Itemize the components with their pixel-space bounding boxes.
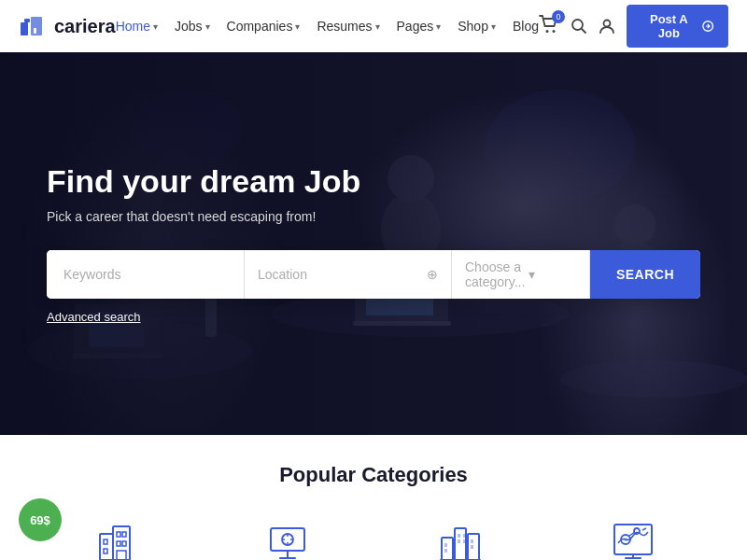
navbar: cariera Home ▾ Jobs ▾ Companies ▾ Resume… (0, 0, 747, 52)
svg-rect-37 (122, 541, 126, 546)
location-input[interactable] (258, 267, 421, 282)
svg-rect-30 (100, 534, 113, 560)
svg-rect-52 (458, 534, 460, 538)
hero-section: Find your dream Job Pick a career that d… (0, 52, 747, 435)
svg-rect-55 (463, 539, 466, 543)
category-item-technology[interactable] (201, 515, 374, 560)
svg-rect-35 (122, 532, 126, 537)
svg-rect-54 (463, 534, 466, 538)
svg-rect-51 (444, 549, 447, 553)
search-bar: ⊕ Choose a category... ▾ SEARCH (47, 250, 700, 299)
gps-icon[interactable]: ⊕ (427, 267, 438, 282)
nav-links: Home ▾ Jobs ▾ Companies ▾ Resumes ▾ Page (116, 19, 539, 34)
svg-rect-33 (104, 549, 107, 553)
chevron-down-icon: ▾ (375, 21, 380, 32)
hero-title: Find your dream Job (47, 162, 700, 201)
svg-point-4 (545, 30, 548, 33)
svg-rect-0 (21, 22, 28, 35)
price-badge[interactable]: 69$ (19, 498, 62, 541)
chevron-down-icon: ▾ (295, 21, 300, 32)
category-select[interactable]: Choose a category... ▾ (452, 250, 590, 299)
svg-rect-32 (104, 539, 107, 544)
chevron-down-icon: ▾ (205, 21, 210, 32)
svg-point-7 (603, 21, 610, 27)
logo[interactable]: cariera (19, 15, 116, 37)
cart-badge: 0 (552, 10, 565, 23)
svg-rect-50 (444, 543, 447, 547)
keywords-input[interactable] (47, 250, 245, 299)
svg-rect-48 (455, 528, 466, 560)
svg-point-5 (552, 30, 555, 33)
svg-rect-31 (113, 526, 130, 560)
chevron-down-icon: ▾ (529, 267, 576, 282)
chevron-down-icon: ▾ (491, 21, 496, 32)
nav-item-jobs[interactable]: Jobs ▾ (175, 19, 210, 34)
category-placeholder: Choose a category... (465, 259, 525, 289)
logo-icon (19, 15, 49, 37)
arrow-right-icon (702, 20, 713, 33)
building-icon (87, 515, 143, 560)
building-grid-icon (432, 515, 488, 560)
popular-categories-section: Popular Categories (0, 435, 747, 560)
svg-rect-3 (34, 28, 36, 34)
search-icon-button[interactable] (571, 18, 587, 35)
svg-rect-56 (471, 539, 473, 543)
svg-rect-39 (271, 528, 304, 551)
svg-rect-1 (24, 19, 30, 22)
category-item-analytics[interactable] (546, 515, 719, 560)
popular-categories-title: Popular Categories (19, 463, 728, 487)
nav-item-resumes[interactable]: Resumes ▾ (317, 19, 379, 34)
cart-button[interactable]: 0 (539, 15, 559, 37)
post-job-button[interactable]: Post A Job (627, 5, 728, 48)
svg-rect-38 (117, 551, 126, 560)
analytics-icon (605, 515, 661, 560)
advanced-search-link[interactable]: Advanced search (47, 310, 140, 324)
location-field: ⊕ (245, 250, 452, 299)
svg-rect-36 (117, 541, 120, 546)
brand-name: cariera (54, 16, 116, 37)
nav-actions: 0 Post A Job (539, 5, 728, 48)
svg-rect-53 (458, 539, 460, 543)
nav-item-shop[interactable]: Shop ▾ (458, 19, 496, 34)
chevron-down-icon: ▾ (436, 21, 441, 32)
monitor-icon (260, 515, 316, 560)
user-icon-button[interactable] (599, 18, 615, 35)
search-icon (571, 18, 587, 35)
hero-subtitle: Pick a career that doesn't need escaping… (47, 209, 700, 224)
hero-content: Find your dream Job Pick a career that d… (0, 162, 747, 326)
svg-rect-34 (117, 532, 120, 537)
svg-rect-57 (471, 545, 473, 549)
categories-row (19, 515, 728, 560)
category-item-finance[interactable] (374, 515, 546, 560)
svg-point-6 (572, 20, 583, 30)
nav-item-companies[interactable]: Companies ▾ (227, 19, 301, 34)
nav-item-blog[interactable]: Blog (513, 19, 539, 34)
user-icon (599, 18, 615, 35)
search-button[interactable]: SEARCH (590, 250, 700, 299)
chevron-down-icon: ▾ (153, 21, 158, 32)
svg-line-64 (642, 528, 646, 530)
nav-item-home[interactable]: Home ▾ (116, 19, 158, 34)
nav-item-pages[interactable]: Pages ▾ (397, 19, 442, 34)
